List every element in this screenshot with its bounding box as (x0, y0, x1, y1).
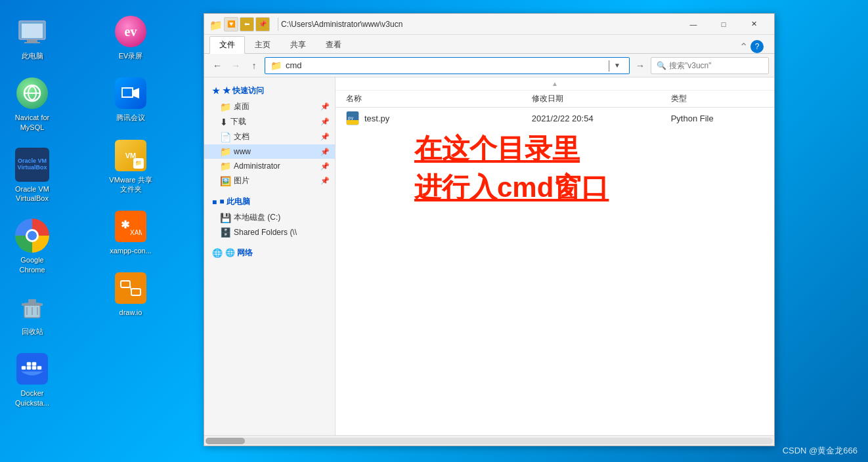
svg-rect-8 (22, 303, 43, 306)
desktop-icon-oracle-vm[interactable]: Oracle VMVirtualBox Oracle VM VirtualBox (3, 142, 62, 209)
watermark-text: CSDN @黄金龙666 (783, 446, 857, 455)
title-bar: 📁 🔽 ⬅ 📌 C:\Users\Administrator\www\v3ucn… (204, 14, 774, 35)
quick-access-properties-btn[interactable]: 🔽 (224, 17, 238, 32)
sidebar-item-local-c[interactable]: 💾 本地磁盘 (C:) (204, 210, 335, 225)
sidebar-item-desktop[interactable]: 📁 桌面 📌 (204, 99, 335, 114)
svg-rect-2 (27, 39, 37, 42)
quick-access-header[interactable]: ★ ★ 快速访问 (204, 83, 335, 99)
csdn-watermark: CSDN @黄金龙666 (783, 445, 857, 457)
address-field[interactable]: 📁 | ▼ (265, 57, 630, 74)
quick-access-pin-btn[interactable]: 📌 (255, 17, 270, 32)
annotation-overlay: 在这个目录里 进行入cmd窗口 (414, 130, 609, 207)
scrollbar-track[interactable] (206, 438, 773, 444)
desktop-icon-docker[interactable]: Docker Quicksta... (3, 346, 62, 413)
bottom-scrollbar[interactable] (204, 435, 774, 446)
recycle-icon (15, 290, 49, 324)
desktop-icon-chrome[interactable]: Google Chrome (3, 213, 62, 280)
sidebar-item-documents[interactable]: 📄 文档 📌 (204, 129, 335, 144)
docker-icon (15, 352, 49, 386)
svg-rect-3 (24, 42, 40, 43)
oracle-vm-icon: Oracle VMVirtualBox (15, 148, 49, 182)
annotation-line1: 在这个目录里 (414, 130, 609, 169)
tab-share[interactable]: 共享 (280, 36, 316, 53)
ev-recorder-icon: ev (114, 14, 148, 49)
address-input[interactable] (286, 60, 606, 70)
vmware-icon: VM 📁 (114, 138, 148, 173)
svg-point-19 (38, 366, 41, 369)
local-disk-icon: 💾 (220, 213, 231, 223)
column-name[interactable]: 名称 (346, 93, 532, 104)
tab-view[interactable]: 查看 (316, 36, 351, 53)
back-button[interactable]: ← (209, 58, 225, 74)
admin-folder-icon: 📁 (220, 161, 231, 171)
table-row[interactable]: py test.py 2021/2/22 20:54 Python File (336, 108, 774, 129)
shared-folders-icon: 🗄️ (220, 227, 231, 238)
network-icon: 🌐 (212, 248, 223, 258)
close-button[interactable]: ✕ (739, 14, 769, 35)
ribbon-chevron-down[interactable]: ⌃ (739, 41, 748, 53)
network-header[interactable]: 🌐 🌐 网络 (204, 245, 335, 261)
search-input[interactable] (669, 61, 768, 70)
sidebar-item-administrator[interactable]: 📁 Administrator 📌 (204, 159, 335, 173)
sidebar-downloads-label: 下载 (230, 116, 246, 127)
column-type[interactable]: 类型 (671, 93, 764, 104)
up-button[interactable]: ↑ (246, 58, 262, 74)
this-pc-header[interactable]: ■ ■ 此电脑 (204, 194, 335, 210)
desktop-icon-navicat[interactable]: Navicat for MySQL (3, 71, 62, 137)
desktop-icon-xampp[interactable]: ✱ XAMPP xampp-con... (101, 204, 160, 261)
svg-rect-13 (22, 366, 26, 369)
file-name: test.py (364, 114, 389, 123)
tab-home[interactable]: 主页 (245, 36, 280, 53)
pin-icon-documents: 📌 (320, 133, 330, 141)
title-bar-divider (278, 18, 278, 31)
desktop-icon-ev[interactable]: ev EV录屏 (101, 9, 160, 66)
quick-access-toolbar: 🔽 ⬅ 📌 (224, 17, 270, 32)
pictures-icon: 🖼️ (220, 176, 231, 186)
ev-label: EV录屏 (119, 51, 143, 60)
documents-icon: 📄 (220, 132, 231, 142)
svg-rect-16 (27, 362, 31, 366)
search-field[interactable]: 🔍 (651, 57, 769, 74)
sort-arrow[interactable]: ▲ (336, 77, 774, 91)
maximize-button[interactable]: □ (708, 14, 739, 35)
svg-rect-15 (32, 366, 36, 369)
desktop-icon-this-pc[interactable]: 此电脑 (3, 9, 62, 66)
desktop-icon-recycle[interactable]: 回收站 (3, 285, 62, 341)
tab-file[interactable]: 文件 (209, 36, 245, 54)
drawio-icon (114, 271, 148, 305)
sidebar-item-shared-folders[interactable]: 🗄️ Shared Folders (\\ (204, 225, 335, 240)
column-date[interactable]: 修改日期 (532, 93, 671, 104)
drawio-label: draw.io (119, 308, 142, 317)
sidebar-documents-label: 文档 (234, 131, 250, 142)
chrome-label: Google Chrome (19, 255, 45, 274)
quick-access-undo-btn[interactable]: ⬅ (240, 17, 254, 32)
navigate-forward-btn[interactable]: → (632, 58, 648, 74)
sidebar-item-downloads[interactable]: ⬇ 下载 📌 (204, 114, 335, 129)
desktop-icon-vmware[interactable]: VM 📁 VMware 共享 文件夹 (101, 133, 160, 200)
svg-rect-14 (27, 366, 31, 369)
this-pc-icon (15, 14, 49, 49)
title-controls: — □ ✕ (678, 14, 769, 35)
forward-button[interactable]: → (228, 58, 244, 74)
desktop-icon-drawio[interactable]: draw.io (101, 266, 160, 322)
navicat-label: Navicat for MySQL (15, 113, 50, 132)
explorer-title: C:\Users\Administrator\www\v3ucn (281, 20, 678, 29)
xampp-label: xampp-con... (110, 246, 152, 255)
sidebar: ★ ★ 快速访问 📁 桌面 📌 ⬇ 下载 📌 📄 文档 📌 (204, 77, 336, 435)
file-name-cell: py test.py (346, 112, 532, 125)
minimize-button[interactable]: — (678, 14, 708, 35)
address-folder-icon: 📁 (271, 60, 282, 71)
chrome-icon (15, 219, 49, 253)
scrollbar-thumb[interactable] (206, 438, 245, 444)
sidebar-item-www[interactable]: 📁 www 📌 (204, 144, 335, 159)
sidebar-local-c-label: 本地磁盘 (C:) (234, 212, 280, 223)
explorer-window: 📁 🔽 ⬅ 📌 C:\Users\Administrator\www\v3ucn… (204, 13, 775, 446)
sidebar-item-pictures[interactable]: 🖼️ 图片 📌 (204, 173, 335, 188)
file-date: 2021/2/22 20:54 (532, 114, 671, 123)
desktop-icon-tencent-meeting[interactable]: 腾讯会议 (101, 71, 160, 127)
this-pc-label: 此电脑 (22, 51, 43, 60)
address-dropdown-btn[interactable]: ▼ (611, 58, 624, 74)
address-bar: ← → ↑ 📁 | ▼ → 🔍 (204, 54, 774, 77)
help-button[interactable]: ? (750, 40, 764, 53)
downloads-icon: ⬇ (220, 117, 228, 127)
